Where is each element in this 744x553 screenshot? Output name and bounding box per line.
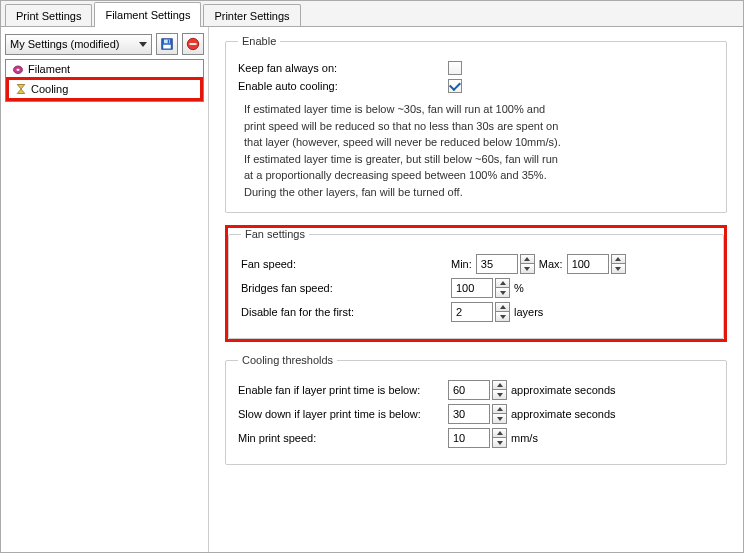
spin-down-button[interactable]	[492, 390, 507, 400]
sidebar-item-label: Filament	[28, 63, 70, 75]
fan-speed-max-input[interactable]	[567, 254, 609, 274]
spin-down-button[interactable]	[520, 264, 535, 274]
thresholds-legend: Cooling thresholds	[238, 354, 337, 366]
sidebar-item-cooling[interactable]: Cooling	[9, 80, 200, 98]
bridges-label: Bridges fan speed:	[241, 282, 451, 294]
filament-spool-icon	[12, 63, 24, 75]
chevron-down-icon	[139, 42, 147, 47]
fan-speed-max-label: Max:	[539, 258, 563, 270]
chevron-up-icon	[497, 383, 503, 387]
disable-first-unit: layers	[514, 306, 543, 318]
chevron-down-icon	[497, 441, 503, 445]
settings-panel: Enable Keep fan always on: Enable auto c…	[209, 27, 743, 552]
svg-rect-3	[168, 40, 170, 44]
chevron-down-icon	[500, 315, 506, 319]
save-disk-icon	[161, 38, 173, 50]
slow-down-threshold-unit: approximate seconds	[511, 408, 616, 420]
spin-up-button[interactable]	[611, 254, 626, 264]
info-line: at a proportionally decreasing speed bet…	[244, 169, 547, 181]
info-line: print speed will be reduced so that no l…	[244, 120, 558, 132]
svg-rect-5	[190, 43, 197, 45]
chevron-up-icon	[615, 257, 621, 261]
fan-speed-label: Fan speed:	[241, 258, 451, 270]
chevron-up-icon	[497, 431, 503, 435]
chevron-down-icon	[524, 267, 530, 271]
slow-down-threshold-input[interactable]	[448, 404, 490, 424]
cooling-thresholds-group: Cooling thresholds Enable fan if layer p…	[225, 354, 727, 465]
disable-first-input[interactable]	[451, 302, 493, 322]
sidebar: My Settings (modified)	[1, 27, 209, 552]
tab-filament-settings[interactable]: Filament Settings	[94, 2, 201, 27]
fan-settings-group: Fan settings Fan speed: Min:	[228, 228, 724, 339]
chevron-down-icon	[497, 393, 503, 397]
fan-settings-legend: Fan settings	[241, 228, 309, 240]
keep-fan-checkbox[interactable]	[448, 61, 462, 75]
bridges-input[interactable]	[451, 278, 493, 298]
auto-cooling-label: Enable auto cooling:	[238, 80, 448, 92]
enable-fan-threshold-input[interactable]	[448, 380, 490, 400]
auto-cooling-checkbox[interactable]	[448, 79, 462, 93]
spin-up-button[interactable]	[495, 302, 510, 312]
spin-down-button[interactable]	[495, 288, 510, 298]
hourglass-icon	[15, 83, 27, 95]
info-line: If estimated layer time is below ~30s, f…	[244, 103, 545, 115]
highlight-marker: Cooling	[6, 77, 203, 101]
spin-down-button[interactable]	[611, 264, 626, 274]
auto-cooling-info: If estimated layer time is below ~30s, f…	[244, 101, 708, 200]
spin-up-button[interactable]	[492, 404, 507, 414]
delete-preset-button[interactable]	[182, 33, 204, 55]
chevron-up-icon	[500, 305, 506, 309]
svg-point-7	[17, 69, 20, 71]
delete-minus-icon	[186, 37, 200, 51]
enable-group: Enable Keep fan always on: Enable auto c…	[225, 35, 727, 213]
min-print-speed-label: Min print speed:	[238, 432, 448, 444]
enable-fan-threshold-label: Enable fan if layer print time is below:	[238, 384, 448, 396]
spin-up-button[interactable]	[520, 254, 535, 264]
sidebar-item-label: Cooling	[31, 83, 68, 95]
info-line: that layer (however, speed will never be…	[244, 136, 561, 148]
settings-tree: Filament Cooling	[5, 59, 204, 102]
fan-speed-min-input[interactable]	[476, 254, 518, 274]
spin-up-button[interactable]	[492, 428, 507, 438]
info-line: If estimated layer time is greater, but …	[244, 153, 558, 165]
spin-up-button[interactable]	[492, 380, 507, 390]
chevron-up-icon	[524, 257, 530, 261]
keep-fan-label: Keep fan always on:	[238, 62, 448, 74]
highlight-marker: Fan settings Fan speed: Min:	[225, 225, 727, 342]
sidebar-item-filament[interactable]: Filament	[6, 60, 203, 78]
bridges-unit: %	[514, 282, 524, 294]
chevron-down-icon	[615, 267, 621, 271]
chevron-up-icon	[497, 407, 503, 411]
info-line: During the other layers, fan will be tur…	[244, 186, 463, 198]
slow-down-threshold-label: Slow down if layer print time is below:	[238, 408, 448, 420]
fan-speed-min-label: Min:	[451, 258, 472, 270]
min-print-speed-unit: mm/s	[511, 432, 538, 444]
preset-dropdown[interactable]: My Settings (modified)	[5, 34, 152, 55]
chevron-down-icon	[500, 291, 506, 295]
disable-first-label: Disable fan for the first:	[241, 306, 451, 318]
min-print-speed-input[interactable]	[448, 428, 490, 448]
save-preset-button[interactable]	[156, 33, 178, 55]
spin-down-button[interactable]	[492, 414, 507, 424]
spin-up-button[interactable]	[495, 278, 510, 288]
tab-print-settings[interactable]: Print Settings	[5, 4, 92, 26]
spin-down-button[interactable]	[492, 438, 507, 448]
tab-bar: Print Settings Filament Settings Printer…	[1, 1, 743, 27]
tab-printer-settings[interactable]: Printer Settings	[203, 4, 300, 26]
enable-fan-threshold-unit: approximate seconds	[511, 384, 616, 396]
svg-rect-1	[163, 45, 171, 49]
spin-down-button[interactable]	[495, 312, 510, 322]
chevron-down-icon	[497, 417, 503, 421]
chevron-up-icon	[500, 281, 506, 285]
enable-legend: Enable	[238, 35, 280, 47]
preset-dropdown-label: My Settings (modified)	[10, 38, 119, 50]
